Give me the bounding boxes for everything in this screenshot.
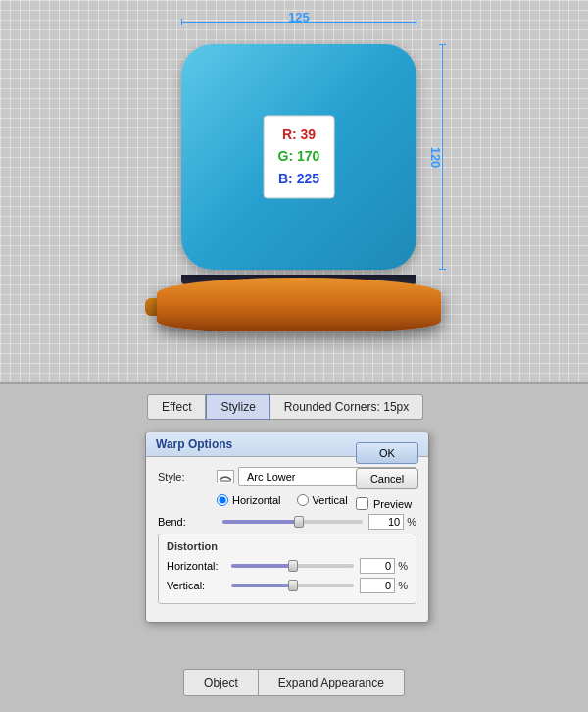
- object-button[interactable]: Object: [183, 669, 259, 696]
- vertical-dist-slider-track[interactable]: [231, 584, 354, 587]
- vertical-dist-pct: %: [398, 580, 408, 591]
- horizontal-dist-pct: %: [398, 560, 408, 572]
- dimension-height-container: 120: [426, 44, 446, 270]
- bend-pct: %: [407, 516, 416, 528]
- dimension-width-label: 125: [181, 10, 416, 25]
- horizontal-radio-label[interactable]: Horizontal: [217, 494, 281, 506]
- horizontal-dist-label: Horizontal:: [167, 560, 225, 572]
- warp-action-buttons: OK Cancel Preview: [356, 442, 418, 510]
- vertical-dist-fill: [231, 584, 293, 587]
- bend-label: Bend:: [158, 516, 217, 528]
- horizontal-dist-thumb[interactable]: [288, 560, 298, 572]
- distortion-section: Distortion Horizontal: % Vertical:: [158, 534, 416, 604]
- vertical-dist-input[interactable]: [360, 578, 395, 593]
- style-label: Style:: [158, 471, 217, 483]
- canvas-area: 125 120 R: 39 G: 170 B: 225: [0, 0, 588, 382]
- ok-button[interactable]: OK: [356, 442, 418, 464]
- expand-appearance-button[interactable]: Expand Appearance: [259, 669, 405, 696]
- style-icon: [217, 470, 234, 483]
- distortion-label: Distortion: [167, 540, 408, 552]
- vertical-radio-text: Vertical: [313, 494, 348, 506]
- horizontal-dist-row: Horizontal: %: [167, 558, 408, 574]
- warp-options-dialog: Warp Options OK Cancel Preview Style:: [145, 432, 429, 623]
- horizontal-dist-fill: [231, 564, 293, 568]
- effect-button[interactable]: Effect: [147, 394, 206, 420]
- horizontal-radio-text: Horizontal: [232, 494, 281, 506]
- vertical-dist-label: Vertical:: [167, 580, 225, 591]
- vertical-dist-row: Vertical: %: [167, 578, 408, 593]
- preview-checkbox[interactable]: [356, 497, 368, 510]
- svg-rect-0: [220, 480, 231, 482]
- vertical-dist-thumb[interactable]: [288, 580, 298, 591]
- rounded-corners-button[interactable]: Rounded Corners: 15px: [270, 394, 423, 420]
- preview-row: Preview: [356, 497, 418, 510]
- color-label-box: R: 39 G: 170 B: 225: [264, 115, 335, 198]
- cancel-button[interactable]: Cancel: [356, 468, 418, 489]
- horizontal-dist-input[interactable]: [360, 558, 395, 574]
- bend-input[interactable]: [368, 514, 404, 530]
- bend-row: Bend: %: [158, 514, 416, 530]
- bend-slider-thumb[interactable]: [294, 516, 304, 528]
- orange-base: [157, 278, 441, 331]
- color-g-value: G: 170: [278, 146, 320, 168]
- preview-label[interactable]: Preview: [373, 498, 412, 510]
- color-r-value: R: 39: [278, 124, 320, 145]
- blue-rectangle: R: 39 G: 170 B: 225: [181, 44, 416, 270]
- warp-dialog-body: OK Cancel Preview Style:: [146, 457, 428, 622]
- bend-slider-fill: [222, 520, 300, 524]
- vertical-radio[interactable]: [297, 494, 309, 506]
- dimension-height-label: 120: [429, 146, 444, 168]
- stylize-button[interactable]: Stylize: [206, 394, 270, 420]
- bend-slider-track[interactable]: [222, 520, 363, 524]
- horizontal-dist-slider-track[interactable]: [231, 564, 354, 568]
- vertical-radio-label[interactable]: Vertical: [297, 494, 348, 506]
- color-b-value: B: 225: [278, 168, 320, 189]
- bottom-buttons: Object Expand Appearance: [0, 669, 588, 696]
- horizontal-radio[interactable]: [217, 494, 228, 506]
- bottom-panel: Effect Stylize Rounded Corners: 15px War…: [0, 382, 588, 712]
- toolbar-row: Effect Stylize Rounded Corners: 15px: [0, 384, 588, 430]
